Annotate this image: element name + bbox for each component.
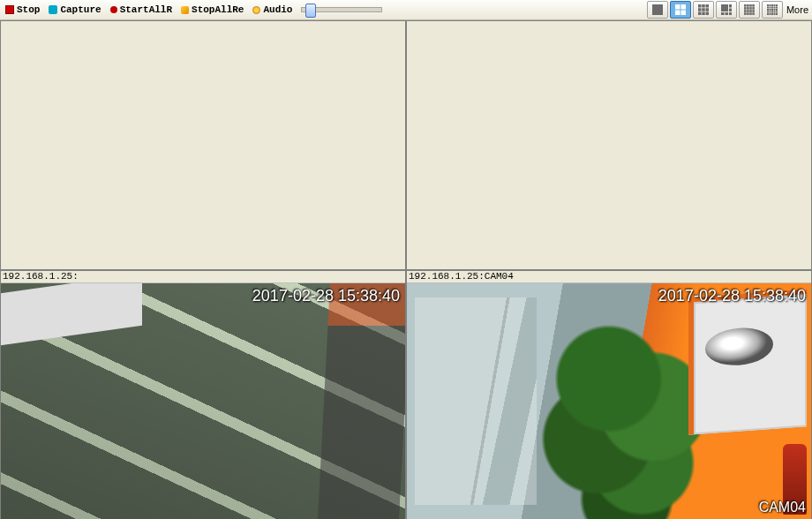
svg-rect-29 (747, 10, 749, 12)
svg-rect-52 (769, 11, 771, 13)
layout-2x2[interactable] (670, 1, 691, 19)
osd-timestamp: 2017-02-28 15:38:40 (658, 287, 806, 305)
slider-track[interactable] (301, 7, 382, 12)
speaker-icon (252, 6, 260, 14)
stop-icon (5, 5, 14, 14)
svg-rect-3 (675, 11, 680, 16)
svg-rect-30 (749, 10, 752, 12)
svg-rect-34 (749, 12, 752, 15)
svg-rect-7 (705, 4, 709, 8)
svg-rect-35 (752, 12, 755, 15)
svg-rect-51 (767, 11, 769, 13)
record-icon (110, 6, 117, 13)
svg-rect-17 (721, 12, 725, 15)
svg-rect-59 (773, 13, 775, 15)
svg-rect-15 (729, 4, 732, 8)
audio-label: Audio (263, 4, 292, 15)
camera-feed (1, 283, 405, 519)
volume-slider[interactable] (301, 7, 382, 12)
svg-rect-53 (771, 11, 773, 13)
svg-rect-21 (747, 4, 749, 7)
stop-all-rec-label: StopAllRe (192, 4, 244, 15)
svg-rect-10 (705, 8, 709, 11)
svg-rect-60 (776, 13, 778, 15)
svg-rect-24 (744, 7, 747, 10)
svg-rect-57 (769, 13, 771, 15)
layout-4x4-a[interactable] (716, 1, 737, 19)
stop-button[interactable]: Stop (2, 4, 43, 16)
svg-rect-50 (776, 9, 778, 11)
svg-rect-45 (776, 7, 778, 9)
video-cell-3[interactable]: 192.168.1.25: 2017-02-28 15:38:40 (0, 270, 406, 519)
poster-graphic (688, 289, 807, 434)
svg-rect-31 (752, 10, 755, 12)
video-cell-2[interactable] (406, 20, 812, 270)
svg-rect-58 (771, 13, 773, 15)
svg-rect-33 (747, 12, 749, 15)
cell-label: 192.168.1.25:CAM04 (407, 271, 811, 283)
svg-rect-11 (698, 12, 702, 16)
camera-icon (49, 5, 57, 14)
svg-rect-27 (752, 7, 755, 10)
svg-rect-32 (744, 12, 747, 15)
svg-rect-2 (680, 4, 686, 10)
svg-rect-12 (702, 12, 705, 16)
svg-rect-0 (652, 4, 663, 15)
stop-record-icon (181, 6, 189, 14)
svg-rect-47 (769, 9, 771, 11)
svg-rect-48 (771, 9, 773, 11)
svg-rect-19 (729, 12, 732, 15)
video-area: 2017-02-28 15:38:40 (1, 283, 405, 519)
video-area-blank (407, 21, 811, 269)
svg-rect-46 (767, 9, 769, 11)
video-cell-1[interactable] (0, 20, 406, 270)
svg-rect-37 (769, 4, 771, 6)
svg-rect-20 (744, 4, 747, 7)
svg-rect-16 (729, 9, 732, 12)
video-grid: 192.168.1.25: 2017-02-28 15:38:40 192.16… (0, 20, 812, 519)
stop-label: Stop (17, 4, 40, 15)
video-area: 2017-02-28 15:38:40 CAM04 (407, 283, 811, 519)
start-all-rec-label: StartAllR (120, 4, 172, 15)
camera-feed (407, 283, 811, 519)
svg-rect-54 (773, 11, 775, 13)
svg-rect-55 (776, 11, 778, 13)
layout-4x4-b[interactable] (739, 1, 760, 19)
osd-timestamp: 2017-02-28 15:38:40 (252, 287, 400, 305)
audio-button[interactable]: Audio (249, 4, 296, 16)
osd-camera-name: CAM04 (759, 500, 806, 515)
svg-rect-39 (773, 4, 775, 6)
layout-3x3[interactable] (693, 1, 714, 19)
svg-rect-22 (749, 4, 752, 7)
svg-rect-4 (680, 11, 686, 16)
stop-all-rec-button[interactable]: StopAllRe (177, 4, 247, 16)
cell-label: 192.168.1.25: (1, 271, 405, 283)
video-cell-4[interactable]: 192.168.1.25:CAM04 2017-02-28 15:38:40 C… (406, 270, 812, 519)
svg-rect-25 (747, 7, 749, 10)
toolbar: Stop Capture StartAllR StopAllRe Audio (0, 0, 812, 20)
svg-rect-43 (771, 7, 773, 9)
capture-button[interactable]: Capture (45, 4, 104, 16)
svg-rect-40 (776, 4, 778, 6)
svg-rect-9 (702, 8, 705, 11)
svg-rect-13 (705, 12, 709, 16)
start-all-rec-button[interactable]: StartAllR (107, 4, 176, 16)
svg-rect-23 (752, 4, 755, 7)
svg-rect-56 (767, 13, 769, 15)
slider-thumb[interactable] (305, 4, 316, 18)
svg-rect-14 (721, 4, 728, 11)
layout-1x1[interactable] (647, 1, 668, 19)
layout-5x5[interactable] (762, 1, 783, 19)
svg-rect-5 (698, 4, 702, 8)
capture-label: Capture (60, 4, 101, 15)
svg-rect-1 (675, 4, 680, 10)
svg-rect-36 (767, 4, 769, 6)
svg-rect-26 (749, 7, 752, 10)
svg-rect-28 (744, 10, 747, 12)
svg-rect-42 (769, 7, 771, 9)
svg-rect-49 (773, 9, 775, 11)
video-area-blank (1, 21, 405, 269)
more-button[interactable]: More (785, 4, 810, 15)
svg-rect-18 (725, 12, 728, 15)
svg-rect-44 (773, 7, 775, 9)
